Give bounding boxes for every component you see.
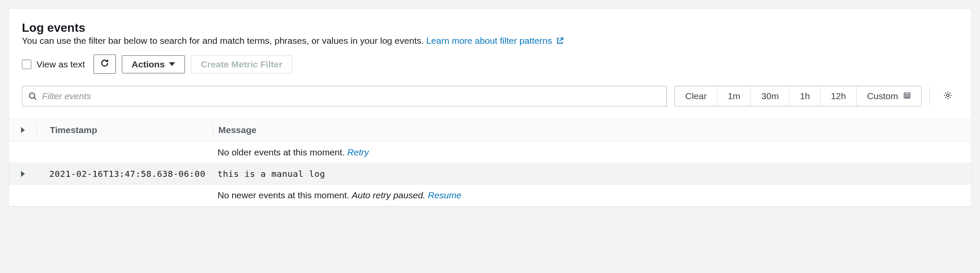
chevron-right-icon bbox=[21, 171, 25, 177]
refresh-button[interactable] bbox=[94, 55, 116, 74]
page-title: Log events bbox=[22, 21, 958, 35]
table-row[interactable]: 2021-02-16T13:47:58.638-06:00 this is a … bbox=[9, 163, 971, 185]
time-range-selector: Clear 1m 30m 1h 12h Custom bbox=[675, 86, 922, 106]
no-newer-events-message: No newer events at this moment. Auto ret… bbox=[212, 190, 971, 200]
svg-point-2 bbox=[905, 95, 906, 96]
table-row: No older events at this moment. Retry bbox=[9, 142, 971, 163]
chevron-down-icon bbox=[169, 62, 175, 66]
svg-point-3 bbox=[907, 95, 907, 96]
filter-input-container[interactable] bbox=[22, 86, 667, 106]
page-description: You can use the filter bar below to sear… bbox=[22, 36, 958, 47]
time-12h-button[interactable]: 12h bbox=[821, 86, 857, 106]
svg-point-0 bbox=[30, 93, 35, 99]
expand-all-toggle[interactable] bbox=[9, 127, 36, 133]
panel-header: Log events You can use the filter bar be… bbox=[22, 21, 958, 47]
resume-link[interactable]: Resume bbox=[428, 190, 461, 200]
svg-point-4 bbox=[908, 95, 909, 96]
toolbar: View as text Actions Create Metric Filte… bbox=[22, 55, 958, 74]
time-clear-button[interactable]: Clear bbox=[675, 86, 717, 106]
view-as-text-toggle[interactable]: View as text bbox=[22, 59, 85, 70]
settings-button[interactable] bbox=[938, 86, 958, 106]
learn-more-link[interactable]: Learn more about filter patterns bbox=[426, 36, 564, 46]
gear-icon bbox=[943, 91, 953, 102]
checkbox-icon[interactable] bbox=[22, 60, 31, 69]
svg-point-5 bbox=[905, 97, 906, 97]
table-row: No newer events at this moment. Auto ret… bbox=[9, 185, 971, 206]
search-icon bbox=[28, 92, 37, 100]
filter-events-input[interactable] bbox=[42, 91, 660, 101]
time-1m-button[interactable]: 1m bbox=[717, 86, 751, 106]
actions-dropdown[interactable]: Actions bbox=[122, 55, 185, 73]
log-message: this is a manual log bbox=[212, 169, 971, 179]
time-30m-button[interactable]: 30m bbox=[751, 86, 789, 106]
table-header: Timestamp Message bbox=[9, 118, 971, 142]
expand-row-toggle[interactable] bbox=[9, 171, 36, 177]
divider bbox=[929, 87, 930, 106]
log-timestamp: 2021-02-16T13:47:58.638-06:00 bbox=[36, 169, 212, 179]
log-events-table: Timestamp Message No older events at thi… bbox=[9, 118, 971, 206]
chevron-right-icon bbox=[21, 127, 25, 133]
retry-link[interactable]: Retry bbox=[347, 147, 369, 157]
calendar-icon bbox=[903, 91, 911, 101]
svg-point-7 bbox=[908, 97, 909, 97]
create-metric-filter-button: Create Metric Filter bbox=[191, 55, 292, 73]
time-1h-button[interactable]: 1h bbox=[789, 86, 820, 106]
time-custom-button[interactable]: Custom bbox=[857, 86, 921, 106]
filter-row: Clear 1m 30m 1h 12h Custom bbox=[22, 86, 958, 106]
svg-point-6 bbox=[907, 97, 907, 97]
external-link-icon bbox=[556, 36, 564, 47]
column-timestamp[interactable]: Timestamp bbox=[37, 125, 213, 135]
no-older-events-message: No older events at this moment. Retry bbox=[212, 147, 971, 158]
refresh-icon bbox=[100, 58, 109, 70]
svg-point-8 bbox=[947, 94, 949, 96]
log-events-panel: Log events You can use the filter bar be… bbox=[9, 9, 971, 206]
column-message[interactable]: Message bbox=[213, 125, 971, 135]
